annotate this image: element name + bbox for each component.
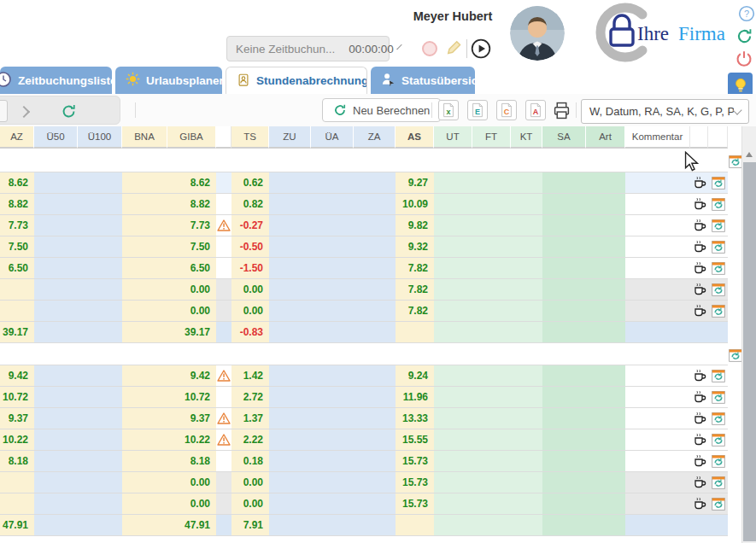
timer-widget[interactable]: Keine Zeitbuchun... 00:00:00 — [226, 36, 390, 61]
row-break-button[interactable] — [690, 215, 708, 236]
row-break-button[interactable] — [690, 279, 708, 300]
row-break-button[interactable] — [690, 258, 708, 278]
column-header-zu[interactable]: ZU — [269, 126, 311, 149]
table-row[interactable]: 0.000.007.82 — [0, 279, 728, 301]
printer-icon — [553, 102, 571, 120]
column-header-az[interactable]: AZ — [0, 126, 34, 149]
cell-ft — [472, 387, 511, 407]
cell-ua — [311, 429, 354, 450]
export-pdf-button[interactable]: A — [525, 100, 546, 120]
totals-row[interactable]: 39.1739.17-0.83 — [0, 322, 728, 343]
row-recalc-button[interactable] — [708, 472, 728, 493]
cell-art — [586, 215, 625, 236]
refresh-button[interactable] — [735, 27, 753, 45]
scroll-up-arrow-icon[interactable] — [746, 152, 753, 157]
row-recalc-button[interactable] — [708, 493, 728, 514]
table-row[interactable]: 7.737.73-0.279.82 — [0, 215, 728, 236]
edit-booking-button[interactable] — [445, 39, 462, 56]
column-config-dropdown[interactable]: W, Datum, RA, SA, K, G, P, P — [581, 99, 749, 124]
totals-row[interactable]: 47.9147.917.91 — [0, 515, 728, 536]
table-row[interactable]: 6.506.50-1.507.82 — [0, 258, 728, 279]
logout-button[interactable] — [735, 50, 753, 68]
help-button[interactable]: ? — [738, 5, 755, 22]
table-row[interactable]: 8.628.620.629.27 — [0, 172, 728, 194]
cell-kommentar — [625, 215, 690, 236]
chevron-right-icon[interactable] — [18, 106, 30, 118]
column-header-kt[interactable]: KT — [511, 126, 542, 149]
cell-art — [586, 429, 625, 450]
table-row[interactable]: 9.429.421.429.24 — [0, 365, 728, 387]
table-row[interactable]: 7.507.50-0.509.32 — [0, 236, 728, 258]
row-break-button[interactable] — [690, 194, 708, 214]
row-break-button[interactable] — [690, 172, 708, 193]
print-button[interactable] — [551, 100, 572, 121]
row-recalc-button[interactable] — [708, 215, 728, 236]
nav-prev-button[interactable] — [0, 100, 8, 122]
tab-statusuebersicht[interactable]: Statusübersicht — [371, 67, 475, 94]
tab-zeitbuchungsliste[interactable]: Zeitbuchungsliste — [0, 67, 112, 94]
table-row[interactable]: 0.000.0015.73 — [0, 472, 728, 493]
export-c-button[interactable]: C — [496, 100, 517, 120]
row-recalc-button[interactable] — [708, 365, 728, 386]
table-row[interactable]: 0.000.007.82 — [0, 301, 728, 322]
row-recalc-button[interactable] — [708, 258, 728, 278]
tab-stundenabrechnung[interactable]: Stundenabrechnung — [226, 67, 367, 94]
row-recalc-button[interactable] — [708, 279, 728, 300]
row-break-button[interactable] — [690, 451, 708, 471]
row-break-button[interactable] — [690, 387, 708, 407]
column-header-ts[interactable]: TS — [231, 126, 269, 149]
tab-urlaubsplaner[interactable]: Urlaubsplaner — [115, 67, 222, 94]
cell-zu — [269, 408, 311, 429]
column-header-ft[interactable]: FT — [472, 126, 511, 149]
row-recalc-button[interactable] — [708, 194, 728, 214]
column-header-sa[interactable]: SA — [542, 126, 586, 149]
cell-u100 — [78, 387, 122, 407]
scrollbar-thumb[interactable] — [743, 162, 756, 541]
vertical-scrollbar[interactable] — [741, 126, 756, 543]
export-e-button[interactable]: E — [467, 100, 488, 120]
table-row[interactable]: 9.379.371.3713.33 — [0, 408, 728, 429]
row-recalc-button[interactable] — [708, 172, 728, 193]
row-recalc-button[interactable] — [708, 301, 728, 321]
start-timer-button[interactable] — [471, 38, 491, 59]
table-row[interactable]: 10.7210.722.7211.96 — [0, 387, 728, 408]
column-header-ua[interactable]: ÜA — [311, 126, 354, 149]
table-row[interactable]: 8.188.180.1815.73 — [0, 451, 728, 472]
column-header-recalc[interactable] — [708, 126, 728, 149]
row-break-button[interactable] — [690, 408, 708, 429]
cell-art — [586, 236, 625, 257]
row-break-button[interactable] — [690, 493, 708, 514]
cell-warn — [216, 387, 231, 407]
row-break-button[interactable] — [690, 365, 708, 386]
recalculate-button[interactable]: Neu Berechnen — [322, 98, 441, 122]
row-break-button[interactable] — [690, 236, 708, 257]
row-break-button[interactable] — [690, 429, 708, 450]
column-header-ut[interactable]: UT — [434, 126, 472, 149]
column-header-kommentar[interactable]: Kommentar — [625, 126, 690, 149]
table-row[interactable]: 8.828.820.8210.09 — [0, 194, 728, 215]
table-row[interactable]: 0.000.0015.73 — [0, 493, 728, 515]
table-row[interactable]: 10.2210.222.2215.55 — [0, 429, 728, 451]
row-break-button[interactable] — [690, 301, 708, 321]
lightbulb-icon — [733, 77, 748, 94]
avatar[interactable] — [510, 6, 565, 61]
column-header-za[interactable]: ZA — [354, 126, 396, 149]
row-recalc-button[interactable] — [708, 408, 728, 429]
column-header-break[interactable] — [690, 126, 708, 149]
row-break-button[interactable] — [690, 472, 708, 493]
column-header-as[interactable]: AS — [396, 126, 434, 149]
column-header-art[interactable]: Art — [586, 126, 625, 149]
row-recalc-button[interactable] — [708, 429, 728, 450]
row-recalc-button[interactable] — [708, 387, 728, 407]
column-header-u100[interactable]: Ü100 — [78, 126, 122, 149]
row-recalc-button[interactable] — [708, 236, 728, 257]
column-header-bna[interactable]: BNA — [122, 126, 167, 149]
row-recalc-button[interactable] — [708, 451, 728, 471]
cell-u50 — [34, 215, 78, 236]
column-header-warn[interactable] — [216, 126, 231, 149]
reload-button[interactable] — [61, 103, 77, 123]
record-button[interactable] — [422, 41, 437, 56]
column-header-u50[interactable]: Ü50 — [34, 126, 78, 149]
export-excel-button[interactable]: x — [438, 100, 459, 120]
column-header-giba[interactable]: GIBA — [167, 126, 216, 149]
